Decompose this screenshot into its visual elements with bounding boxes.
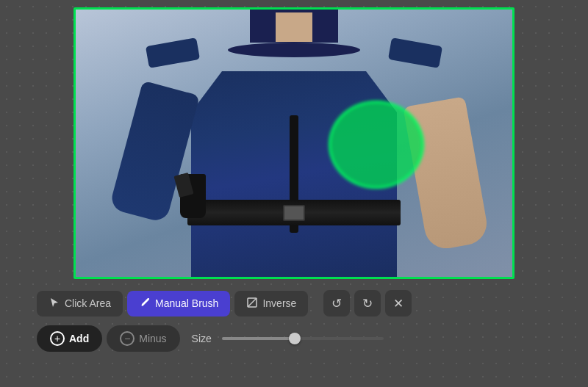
toolbar-row-2: + Add − Minus Size xyxy=(37,325,551,352)
close-icon: ✕ xyxy=(393,296,404,311)
image-frame: POLIC xyxy=(74,7,514,279)
minus-label: Minus xyxy=(139,333,166,344)
undo-icon: ↺ xyxy=(331,296,342,311)
add-label: Add xyxy=(69,333,89,344)
inverse-icon xyxy=(246,297,258,311)
neck xyxy=(276,12,312,42)
manual-brush-label: Manual Brush xyxy=(155,297,218,309)
svg-line-1 xyxy=(248,298,257,307)
cursor-icon xyxy=(49,297,60,311)
brush-overlay xyxy=(329,101,424,189)
add-circle-icon: + xyxy=(50,331,65,346)
canvas-container[interactable]: POLIC xyxy=(74,7,514,279)
redo-button[interactable]: ↻ xyxy=(354,290,381,317)
toolbar-divider xyxy=(315,292,316,314)
click-area-label: Click Area xyxy=(65,297,111,309)
belt xyxy=(187,200,401,225)
toolbar-area: Click Area Manual Brush Inverse xyxy=(37,290,551,352)
officer-background: POLIC xyxy=(76,10,512,277)
inverse-label: Inverse xyxy=(262,297,296,309)
add-button[interactable]: + Add xyxy=(37,325,102,352)
inverse-button[interactable]: Inverse xyxy=(234,291,308,317)
belt-buckle xyxy=(283,205,305,221)
size-slider[interactable] xyxy=(222,337,384,340)
size-slider-thumb[interactable] xyxy=(289,333,301,344)
manual-brush-button[interactable]: Manual Brush xyxy=(127,291,230,317)
undo-button[interactable]: ↺ xyxy=(323,290,350,317)
brush-icon xyxy=(139,297,151,311)
click-area-button[interactable]: Click Area xyxy=(37,291,123,317)
size-label: Size xyxy=(192,333,212,344)
shoulder-right xyxy=(388,37,442,68)
redo-icon: ↻ xyxy=(362,296,373,311)
shoulder-left xyxy=(146,37,200,68)
close-button[interactable]: ✕ xyxy=(385,290,412,317)
minus-circle-icon: − xyxy=(120,331,135,346)
minus-button[interactable]: − Minus xyxy=(107,325,179,352)
size-slider-fill xyxy=(222,337,295,340)
toolbar-row-1: Click Area Manual Brush Inverse xyxy=(37,290,551,317)
